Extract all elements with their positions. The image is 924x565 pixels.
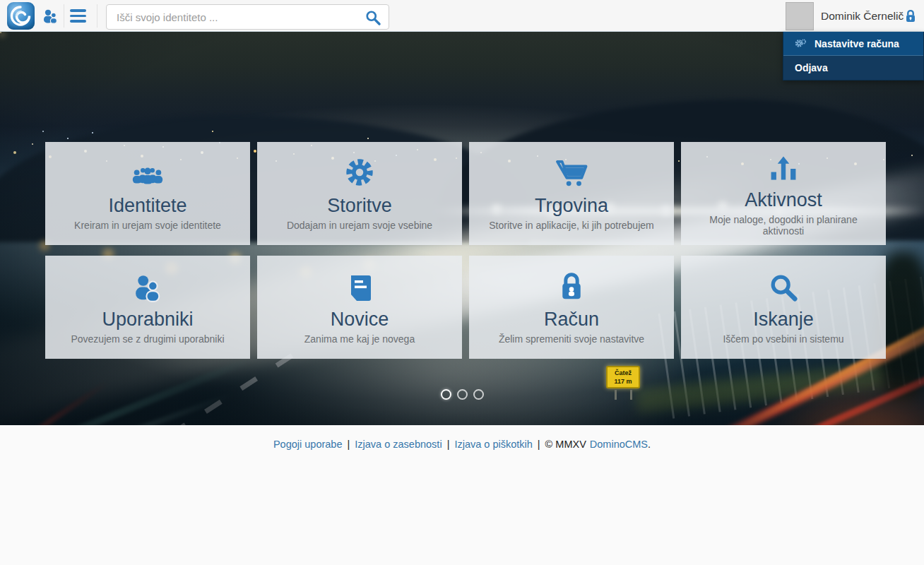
hero-background-photo: Čatež 117 m Identitete Kreiram in urejam… <box>0 32 924 425</box>
top-navbar: Dominik Černelič <box>0 0 924 32</box>
street-lamp-glows <box>0 32 4 36</box>
search-input[interactable] <box>107 5 361 29</box>
footer-separator: | <box>538 439 540 450</box>
footer-period: . <box>648 439 651 450</box>
carousel-dot[interactable] <box>457 389 468 400</box>
tile-subtitle: Želim spremeniti svoje nastavitve <box>492 333 651 345</box>
road-sign: Čatež 117 m <box>606 366 640 388</box>
footer-link-privacy[interactable]: Izjava o zasebnosti <box>355 439 442 450</box>
tile-title: Novice <box>331 309 389 331</box>
menu-item-account-settings[interactable]: Nastavitve računa <box>783 32 923 56</box>
tile-title: Storitve <box>327 196 392 217</box>
tile-iskanje[interactable]: Iskanje Iščem po vsebini in sistemu <box>681 256 886 359</box>
footer-separator: | <box>348 439 350 450</box>
footer-copyright: © MMXV <box>545 439 586 450</box>
road-sign-text: 117 m <box>614 378 632 385</box>
tile-title: Iskanje <box>753 309 814 331</box>
footer-link-terms[interactable]: Pogoji uporabe <box>273 439 343 450</box>
tile-subtitle: Dodajam in urejam svoje vsebine <box>280 220 439 231</box>
contacts-users-icon[interactable] <box>42 8 59 28</box>
navbar-divider <box>97 4 97 28</box>
news-document-icon <box>346 270 373 302</box>
menu-hamburger-icon[interactable] <box>70 9 86 23</box>
user-avatar[interactable] <box>786 2 814 30</box>
tile-title: Uporabniki <box>102 309 193 331</box>
page: Dominik Černelič Nastavitve računa Odj <box>0 0 924 565</box>
menu-item-label: Nastavitve računa <box>815 38 899 49</box>
carousel-indicators <box>0 389 924 400</box>
search-icon[interactable] <box>365 9 381 29</box>
carousel-dot[interactable] <box>441 389 451 400</box>
footer: Pogoji uporabe|Izjava o zasebnosti|Izjav… <box>0 425 924 565</box>
lock-icon <box>557 270 586 302</box>
footer-link-cookies[interactable]: Izjava o piškotkih <box>454 439 532 450</box>
tile-title: Trgovina <box>535 196 608 217</box>
tile-storitve[interactable]: Storitve Dodajam in urejam svoje vsebine <box>257 142 462 245</box>
footer-brand-link[interactable]: DominoCMS <box>590 439 648 450</box>
tile-title: Identitete <box>108 196 186 217</box>
tile-subtitle: Zanima me kaj je novega <box>297 333 422 345</box>
tile-aktivnost[interactable]: Aktivnost Moje naloge, dogodki in planir… <box>681 142 886 245</box>
footer-separator: | <box>447 439 450 450</box>
menu-item-logout[interactable]: Odjava <box>783 56 923 80</box>
tile-subtitle: Kreiram in urejam svoje identitete <box>67 220 228 231</box>
tile-identitete[interactable]: Identitete Kreiram in urejam svoje ident… <box>45 142 250 245</box>
shopping-cart-icon <box>555 156 588 189</box>
carousel-dot[interactable] <box>473 389 484 400</box>
tile-racun[interactable]: Račun Želim spremeniti svoje nastavitve <box>469 256 674 359</box>
tile-subtitle: Iščem po vsebini in sistemu <box>716 333 851 345</box>
app-logo-swirl-icon[interactable] <box>7 2 35 30</box>
activity-chart-icon <box>768 150 799 183</box>
users-icon <box>133 270 162 302</box>
user-dropdown-menu: Nastavitve računa Odjava <box>783 32 924 81</box>
tile-title: Aktivnost <box>745 190 822 211</box>
identities-group-icon <box>130 156 165 189</box>
navbar-divider <box>64 4 64 28</box>
identity-search <box>106 4 389 30</box>
tile-uporabniki[interactable]: Uporabniki Povezujem se z drugimi uporab… <box>45 256 250 359</box>
road-sign-text: Čatež <box>615 369 632 376</box>
tile-trgovina[interactable]: Trgovina Storitve in aplikacije, ki jih … <box>469 142 674 245</box>
user-name[interactable]: Dominik Černelič <box>821 0 904 32</box>
gear-icon <box>343 156 376 189</box>
tile-novice[interactable]: Novice Zanima me kaj je novega <box>257 256 462 359</box>
tile-subtitle: Storitve in aplikacije, ki jih potrebuje… <box>482 220 661 231</box>
menu-item-label: Odjava <box>795 62 828 73</box>
tile-subtitle: Povezujem se z drugimi uporabniki <box>64 333 231 345</box>
tile-title: Račun <box>544 309 599 331</box>
session-lock-icon[interactable] <box>904 9 917 26</box>
footer-links-line: Pogoji uporabe|Izjava o zasebnosti|Izjav… <box>0 439 924 450</box>
tile-subtitle: Moje naloge, dogodki in planirane aktivn… <box>681 214 886 237</box>
search-icon <box>769 270 798 302</box>
swirl-icon <box>9 4 32 28</box>
gears-icon <box>795 38 807 49</box>
